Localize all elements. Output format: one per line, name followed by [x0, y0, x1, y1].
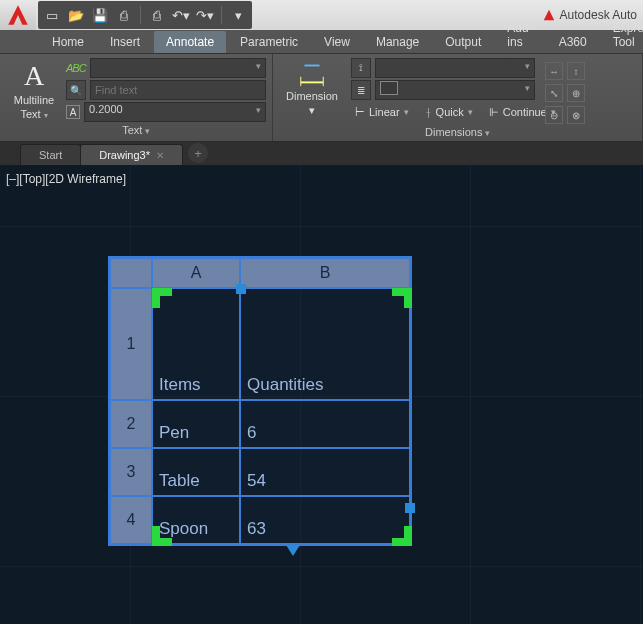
- open-icon[interactable]: 📂: [68, 7, 84, 23]
- find-text-input[interactable]: [90, 80, 266, 100]
- grip-bottom-tri[interactable]: [286, 545, 300, 556]
- close-icon[interactable]: ✕: [156, 150, 164, 161]
- tab-a360[interactable]: A360: [547, 31, 599, 53]
- dim-tool-5[interactable]: ⊖: [545, 106, 563, 124]
- text-height-dropdown[interactable]: 0.2000: [84, 102, 266, 122]
- dimension-button[interactable]: Dimension ▾: [279, 58, 345, 117]
- grip-bottom-right[interactable]: [392, 526, 412, 546]
- text-style-dropdown[interactable]: [90, 58, 266, 78]
- dim-mini-tools: ↔↕ ⤡⊕ ⊖⊗: [541, 58, 589, 124]
- dimlayer-dropdown[interactable]: [375, 80, 535, 100]
- dim-tool-2[interactable]: ↕: [567, 62, 585, 80]
- grip-right-mid[interactable]: [405, 503, 415, 513]
- plot-icon[interactable]: ⎙: [149, 7, 165, 23]
- qat-dropdown-icon[interactable]: ▾: [230, 7, 246, 23]
- multiline-text-button[interactable]: A Multiline Text ▾: [6, 58, 62, 122]
- quick-access-toolbar: ▭ 📂 💾 ⎙ ⎙ ↶▾ ↷▾ ▾: [38, 1, 252, 29]
- dim-tool-6[interactable]: ⊗: [567, 106, 585, 124]
- panel-text: A Multiline Text ▾ ABC 🔍 A 0.2000 Tex: [0, 54, 273, 141]
- dim-tool-4[interactable]: ⊕: [567, 84, 585, 102]
- cell-B3[interactable]: 54: [240, 448, 410, 496]
- text-A-icon: A: [24, 60, 44, 92]
- tab-parametric[interactable]: Parametric: [228, 31, 310, 53]
- grip-top-left[interactable]: [152, 288, 172, 308]
- tab-home[interactable]: Home: [40, 31, 96, 53]
- drawing-area[interactable]: [–][Top][2D Wireframe] A B 1 Items Quant…: [0, 166, 643, 624]
- text-height-icon[interactable]: A: [66, 105, 80, 119]
- dimlayer-icon[interactable]: ≣: [351, 80, 371, 100]
- row-header-3[interactable]: 3: [110, 448, 152, 496]
- doctab-drawing3[interactable]: Drawing3*✕: [80, 144, 183, 165]
- cell-B1[interactable]: Quantities: [240, 288, 410, 400]
- document-tab-bar: Start Drawing3*✕ +: [0, 142, 643, 166]
- ribbon-tabs: Home Insert Annotate Parametric View Man…: [0, 30, 643, 54]
- col-header-A[interactable]: A: [152, 258, 240, 288]
- tab-express[interactable]: Express Tool: [601, 17, 643, 53]
- new-icon[interactable]: ▭: [44, 7, 60, 23]
- grip-bottom-left[interactable]: [152, 526, 172, 546]
- grip-top-right[interactable]: [392, 288, 412, 308]
- tab-addins[interactable]: Add-ins: [495, 17, 544, 53]
- dim-tool-1[interactable]: ↔: [545, 62, 563, 80]
- tab-insert[interactable]: Insert: [98, 31, 152, 53]
- undo-icon[interactable]: ↶▾: [173, 7, 189, 23]
- dimstyle-icon[interactable]: ⟟: [351, 58, 371, 78]
- row-header-1[interactable]: 1: [110, 288, 152, 400]
- spellcheck-icon[interactable]: ABC: [66, 62, 86, 74]
- tab-output[interactable]: Output: [433, 31, 493, 53]
- title-bar: ▭ 📂 💾 ⎙ ⎙ ↶▾ ↷▾ ▾ Autodesk Auto: [0, 0, 643, 30]
- dimstyle-dropdown[interactable]: [375, 58, 535, 78]
- cell-B4[interactable]: 63: [240, 496, 410, 544]
- selected-table[interactable]: A B 1 Items Quantities 2 Pen 6 3 Table 5…: [108, 256, 412, 546]
- tab-annotate[interactable]: Annotate: [154, 31, 226, 53]
- cell-A3[interactable]: Table: [152, 448, 240, 496]
- grip-col-sep[interactable]: [236, 284, 246, 294]
- saveas-icon[interactable]: ⎙: [116, 7, 132, 23]
- save-icon[interactable]: 💾: [92, 7, 108, 23]
- row-header-2[interactable]: 2: [110, 400, 152, 448]
- linear-button[interactable]: ⊢ Linear: [351, 102, 413, 122]
- table-corner[interactable]: [110, 258, 152, 288]
- panel-title-text[interactable]: Text: [6, 122, 266, 138]
- ribbon: A Multiline Text ▾ ABC 🔍 A 0.2000 Tex: [0, 54, 643, 142]
- tab-manage[interactable]: Manage: [364, 31, 431, 53]
- row-header-4[interactable]: 4: [110, 496, 152, 544]
- dimension-icon: [297, 58, 327, 88]
- cell-A2[interactable]: Pen: [152, 400, 240, 448]
- app-logo[interactable]: [0, 0, 36, 30]
- view-label[interactable]: [–][Top][2D Wireframe]: [6, 172, 126, 186]
- col-header-B[interactable]: B: [240, 258, 410, 288]
- cell-B2[interactable]: 6: [240, 400, 410, 448]
- find-icon[interactable]: 🔍: [66, 80, 86, 100]
- tab-view[interactable]: View: [312, 31, 362, 53]
- dim-tool-3[interactable]: ⤡: [545, 84, 563, 102]
- redo-icon[interactable]: ↷▾: [197, 7, 213, 23]
- quick-button[interactable]: ⟊ Quick: [421, 102, 477, 122]
- panel-dimensions: Dimension ▾ ⟟ ≣ ⊢ Linear ⟊ Quick ⊩ Cont: [273, 54, 643, 141]
- new-tab-button[interactable]: +: [188, 143, 208, 163]
- panel-title-dimensions[interactable]: Dimensions: [279, 124, 636, 140]
- doctab-start[interactable]: Start: [20, 144, 81, 165]
